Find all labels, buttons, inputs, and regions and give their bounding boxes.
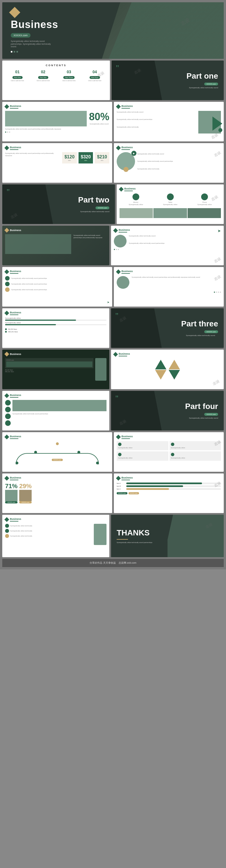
tablet-icon bbox=[167, 193, 174, 200]
green-tri-down-2 bbox=[169, 370, 180, 379]
percent-80-text: Synergistically utilize sound bbox=[89, 123, 109, 125]
prog-track-2 bbox=[5, 324, 106, 325]
fb-text-1: Synergistically utilize technically bbox=[10, 525, 32, 527]
fb-diamond bbox=[4, 517, 9, 522]
part-three-slide: " Part three XXXXX.com Synergistically u… bbox=[111, 308, 224, 348]
pa-diamond bbox=[116, 270, 121, 274]
strip-photo-1 bbox=[120, 208, 153, 218]
biz-80-content: Synergistically utilize technically soun… bbox=[5, 111, 109, 133]
person-nav-3 bbox=[118, 249, 119, 250]
tri-pair-1 bbox=[155, 360, 166, 379]
thanks-desc: Synergistically utilize technically soun… bbox=[117, 541, 152, 544]
hs-text: Synergistically utilize technically soun… bbox=[73, 234, 106, 254]
pa-avatar-col bbox=[117, 276, 129, 289]
part-four-slide: " Part four XXXXX.com Synergistically ut… bbox=[111, 391, 224, 431]
row-9: Business XXXXX.com 58,234 Stars 560,231 … bbox=[2, 349, 224, 389]
bg-title: Business bbox=[122, 435, 133, 438]
ps-29: 29% bbox=[19, 483, 32, 490]
ps-title: Business bbox=[10, 476, 21, 479]
circles-underline bbox=[10, 273, 19, 274]
pi-icons-col bbox=[5, 400, 11, 426]
content-num-2: 02 bbox=[31, 69, 55, 74]
arch-dot-1 bbox=[15, 462, 19, 464]
pa-text-1: Synergistically utilize technically soun… bbox=[132, 276, 221, 278]
row-4: Business Synergistically utilize technic… bbox=[2, 143, 224, 183]
bc-bar-row-2: Item B bbox=[117, 485, 221, 487]
content-text-4: Click to add text here bbox=[83, 80, 106, 82]
content-tag-1: Part One bbox=[12, 76, 23, 79]
fb-row-3: Synergistically utilize technically bbox=[5, 534, 92, 538]
pi-title: Business bbox=[10, 394, 21, 397]
green-tri-up-1 bbox=[155, 360, 166, 369]
price-content: Synergistically utilize technically soun… bbox=[5, 152, 109, 163]
circles-diamond bbox=[4, 270, 9, 274]
price-label-2: item bbox=[85, 159, 87, 161]
percent-split-slide: Business 71% XXXXX.com 29% XXXXX.com bbox=[2, 473, 112, 513]
pi-icon-3 bbox=[5, 413, 11, 419]
thanks-divider bbox=[117, 539, 128, 540]
pa-title: Business bbox=[122, 270, 133, 273]
part-four-quote-icon: " bbox=[115, 394, 118, 403]
icon-label-3: Phone bbox=[188, 201, 221, 204]
circle-text-2: Synergistically utilize technically soun… bbox=[137, 160, 221, 162]
stat-val-1: 58,234 Stars bbox=[8, 328, 17, 330]
stat-val-2: 560,231 Stars bbox=[8, 331, 18, 333]
icon-item-2: Tablet Synergistically utilize bbox=[154, 193, 187, 206]
hero-dot-3 bbox=[17, 51, 18, 53]
fb-content: Synergistically utilize technically Syne… bbox=[5, 524, 106, 545]
content-tag-3: Part Three bbox=[63, 76, 74, 79]
thanks-label: THANKS bbox=[117, 528, 152, 537]
percent-80-value: 80% bbox=[89, 111, 109, 123]
part-one-quote-icon: " bbox=[116, 63, 119, 72]
bc-underline bbox=[122, 480, 130, 480]
part-one-url: XXXXX.com bbox=[204, 83, 218, 85]
progress-slide: Business Synergistically utilize Synergi… bbox=[2, 308, 109, 348]
bg-cell-text-4: Synergistically utilize bbox=[171, 457, 220, 459]
mockup-content: Business XXXXX.com 58,234 Stars 560,231 … bbox=[2, 349, 109, 383]
bc-bars: Item A Item B Item C bbox=[117, 483, 221, 490]
ps-header: Business bbox=[5, 476, 109, 480]
bg-underline bbox=[122, 438, 130, 439]
price-num-3: $210 bbox=[97, 154, 107, 159]
content-text-3: Click to add text here bbox=[57, 80, 81, 82]
row-11: Business XXXXX.com Business bbox=[2, 432, 224, 472]
biz-tri-text-col: Synergistically utilize technically soun… bbox=[117, 111, 197, 133]
monitor-icon bbox=[132, 193, 139, 200]
pi-photo bbox=[12, 400, 106, 411]
tri-icons-underline bbox=[119, 356, 127, 356]
bg-cell-icon-2 bbox=[171, 443, 174, 446]
row-3: Business Synergistically utilize technic… bbox=[2, 102, 224, 142]
bc-bar-fill-3 bbox=[126, 488, 169, 490]
fb-row-2: Synergistically utilize technically bbox=[5, 529, 92, 533]
ps-img-2 bbox=[19, 490, 32, 501]
person-avatar bbox=[114, 235, 127, 247]
circles-title: Business bbox=[10, 270, 21, 273]
circle-text-col: Synergistically utilize technically soun… bbox=[137, 153, 221, 170]
part-four-content: Part four XXXXX.com Synergistically util… bbox=[185, 402, 218, 419]
contents-slide: CONTENTS 01 Part One Click to add text h… bbox=[2, 61, 110, 100]
price-left: Synergistically utilize technically soun… bbox=[5, 152, 61, 163]
price-item-2: $320 item bbox=[78, 152, 93, 163]
prog-title: Business bbox=[10, 311, 21, 314]
content-text-1: Click to add text here bbox=[6, 80, 29, 82]
part-two-slide: " Part two XXXXX.com Synergistically uti… bbox=[2, 184, 115, 224]
biz-underline bbox=[10, 108, 19, 108]
circle-diamond bbox=[116, 146, 121, 151]
bg-cell-text-1: Synergistically utilize bbox=[118, 446, 167, 449]
content-num-1: 01 bbox=[6, 69, 29, 74]
bc-bar-fill-2 bbox=[126, 485, 183, 487]
ps-badge-1: XXXXX.com bbox=[5, 501, 18, 503]
pi-header: Business bbox=[5, 394, 106, 398]
prog-stats: 58,234 Stars 560,231 Stars bbox=[5, 328, 106, 334]
biz-tri-photo bbox=[198, 111, 221, 133]
final-biz-slide: Business Synergistically utilize technic… bbox=[2, 515, 109, 557]
circle-row-3: Synergistically utilize technically soun… bbox=[5, 287, 109, 292]
hs-text-content: Synergistically utilize technically soun… bbox=[73, 234, 106, 239]
biz-triangle-slide: Business Synergistically utilize technic… bbox=[114, 102, 224, 142]
part-two-url: XXXXX.com bbox=[95, 207, 109, 209]
person-text-col: Synergistically utilize technically soun… bbox=[129, 235, 221, 247]
row-6: Business Synergistically utilize technic… bbox=[2, 226, 224, 265]
fb-icons-col: Synergistically utilize technically Syne… bbox=[5, 524, 92, 545]
icon-desc-1: Synergistically utilize bbox=[120, 204, 152, 206]
icon-label-2: Tablet bbox=[154, 201, 187, 204]
